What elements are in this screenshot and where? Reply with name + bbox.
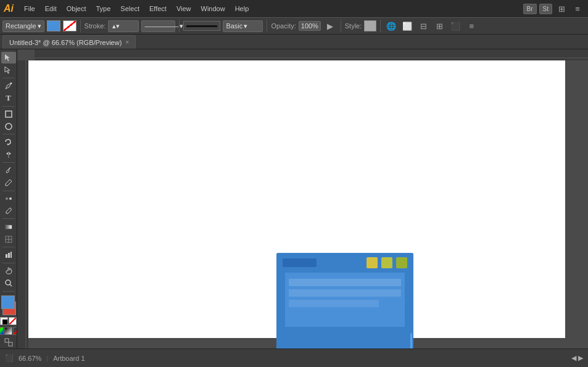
menu-edit[interactable]: Edit [41,3,61,14]
sep4 [341,20,341,32]
gradient-tool-btn[interactable] [1,221,16,233]
stroke-color-swatch[interactable] [63,20,77,31]
tab-close-btn[interactable]: × [125,39,129,46]
stroke-profile-dropdown[interactable]: ————— ▾ [141,20,175,32]
fill-swatch[interactable] [1,295,15,309]
style-label: Style: [345,22,362,30]
artwork-container[interactable] [276,253,413,348]
menu-effect[interactable]: Effect [145,3,171,14]
stroke-width-input[interactable]: ▴▾ [108,20,139,32]
align-icon[interactable]: ⊟ [416,19,430,33]
svg-marker-7 [6,152,8,155]
pen-tool-btn[interactable] [1,80,16,92]
fill-color-swatch[interactable] [47,20,60,31]
status-left-arrow[interactable]: ◀ [571,354,576,362]
hand-tool-btn[interactable] [1,265,16,277]
tools-divider-9 [2,291,15,292]
rotate-tool-btn[interactable] [1,136,16,148]
options-toolbar: Rectangle ▾ Stroke: ▴▾ ————— ▾ Basic ▾ O… [0,17,588,35]
stroke-label: Stroke: [85,22,106,30]
none-btn[interactable] [9,317,17,325]
arrange-icon[interactable]: ≡ [571,2,584,15]
tools-divider-8 [2,263,15,263]
svg-rect-3 [6,111,12,117]
tools-panel: T [0,49,17,348]
sep2 [179,20,180,32]
tab-bar: Untitled-3* @ 66.67% (RGB/Preview) × [0,35,588,49]
svg-rect-22 [35,49,588,60]
mesh-tool-btn[interactable] [1,233,16,245]
globe-icon[interactable]: 🌐 [384,19,398,33]
none-mode-btn[interactable] [13,327,17,335]
color-swatch-container [0,295,17,315]
svg-marker-0 [5,54,10,61]
status-bar: ⬛ 66.67% | Artboard 1 ◀ ▶ [0,348,588,367]
type-tool-btn[interactable]: T [1,93,16,104]
blend-tool-btn[interactable] [1,193,16,205]
transform-icon[interactable]: ⬛ [449,19,462,33]
menu-view[interactable]: View [172,3,196,14]
svg-rect-11 [6,225,12,229]
svg-rect-20 [5,339,9,342]
arrange-tool-btn[interactable] [1,337,16,348]
tools-divider-1 [2,78,15,78]
app-icon-area: Br St ⊞ ≡ [523,2,584,15]
svg-rect-15 [6,254,7,258]
status-right-arrow[interactable]: ▶ [578,354,583,362]
pencil-tool-btn[interactable] [1,177,16,189]
stroke-line-preview [183,21,220,31]
svg-point-9 [6,197,8,200]
svg-rect-17 [10,252,12,258]
distribute-icon[interactable]: ⊞ [433,19,446,33]
menu-select[interactable]: Select [116,3,144,14]
workspace-icon[interactable]: ⊞ [555,2,568,15]
status-info: Artboard 1 [53,355,85,362]
color-mode-btn[interactable] [0,327,4,335]
paintbrush-tool-btn[interactable] [1,165,16,176]
arrange-icon2[interactable]: ≡ [465,19,478,33]
content-rows [289,279,401,310]
svg-line-19 [10,284,12,286]
reflect-tool-btn[interactable] [1,149,16,160]
tool-name-dropdown[interactable]: Rectangle ▾ [2,20,44,32]
mockup-mid-bar [276,327,413,348]
ruler-horizontal [35,49,588,60]
titlebar-btn-3 [396,257,407,268]
none-default-btns [0,317,17,325]
bridge-icon-btn[interactable]: Br [523,4,537,14]
opacity-more-btn[interactable]: ▶ [323,19,337,33]
opacity-input[interactable] [299,21,321,31]
zoom-tool-btn[interactable] [1,278,16,289]
status-actions: ◀ ▶ [571,354,583,362]
canvas-area[interactable] [17,49,588,348]
variable-width-dropdown[interactable]: Basic ▾ [223,20,263,32]
sep3 [267,20,267,32]
default-colors-btn[interactable] [0,317,8,325]
opacity-label: Opacity: [271,22,296,30]
stock-icon-btn[interactable]: St [539,4,552,14]
menu-object[interactable]: Object [62,3,91,14]
sep5 [380,20,381,32]
eyedropper-tool-btn[interactable] [1,205,16,216]
mockup-titlebar [276,253,413,273]
svg-point-10 [9,197,12,200]
menu-help[interactable]: Help [231,3,254,14]
menu-bar: Ai File Edit Object Type Select Effect V… [0,0,588,17]
style-swatch[interactable] [364,20,376,31]
shape-tool-btn[interactable] [1,120,16,132]
document-tab[interactable]: Untitled-3* @ 66.67% (RGB/Preview) × [2,35,136,49]
select-tool-btn[interactable] [1,52,16,64]
gradient-mode-btn[interactable] [4,327,12,335]
ruler-vertical [17,60,28,348]
menu-file[interactable]: File [20,3,39,14]
direct-select-tool-btn[interactable] [1,64,16,76]
svg-rect-21 [9,342,12,346]
artboard-icon[interactable]: ⬜ [400,19,414,33]
status-zoom-value: 66.67% [19,355,41,362]
menu-type[interactable]: Type [92,3,115,14]
bar-graph-tool-btn[interactable] [1,249,16,261]
status-zoom-icon: ⬛ [5,354,14,362]
menu-window[interactable]: Window [197,3,230,14]
titlebar-label [283,258,317,267]
rectangle-tool-btn[interactable] [1,108,16,120]
